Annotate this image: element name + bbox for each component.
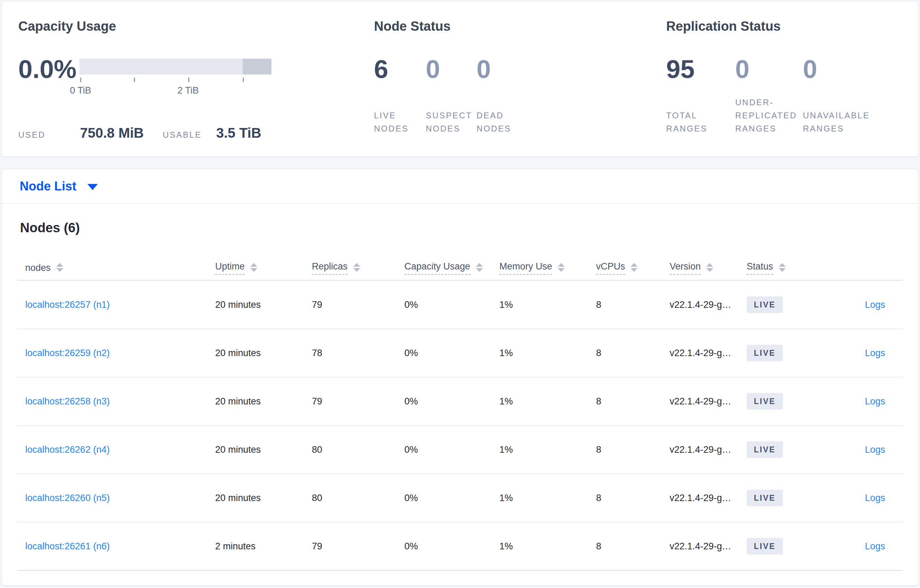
sort-icon	[250, 263, 257, 272]
capacity-usage-cell: 0%	[397, 348, 491, 359]
suspect-nodes-label: SUSPECT NODES	[426, 109, 476, 135]
nodes-table: nodes Uptime Replicas Capacity Usage Mem…	[17, 256, 903, 571]
status-badge: LIVE	[747, 393, 783, 410]
node-status-panel: Node Status 6 LIVE NODES 0 SUSPECT NODES…	[374, 2, 666, 156]
sort-icon	[706, 263, 713, 272]
status-badge: LIVE	[747, 489, 783, 506]
replication-status-panel: Replication Status 95 TOTAL RANGES 0 UND…	[666, 2, 918, 156]
suspect-nodes-value: 0	[426, 59, 476, 80]
unavailable-ranges-stat: 0 UNAVAILABLE RANGES	[803, 59, 886, 135]
uptime-cell: 20 minutes	[207, 348, 304, 359]
axis-tick	[80, 78, 81, 82]
dead-nodes-stat: 0 DEAD NODES	[476, 59, 535, 135]
memory-use-cell: 1%	[491, 299, 588, 310]
uptime-cell: 20 minutes	[207, 299, 304, 310]
memory-use-cell: 1%	[491, 396, 588, 407]
column-header-version[interactable]: Version	[662, 261, 739, 275]
column-header-memory-use[interactable]: Memory Use	[491, 261, 588, 275]
total-ranges-stat: 95 TOTAL RANGES	[666, 59, 735, 135]
uptime-cell: 20 minutes	[207, 444, 304, 455]
node-list-header-strip: Node List	[2, 169, 918, 204]
dead-nodes-label: DEAD NODES	[476, 109, 535, 135]
axis-tick-label: 2 TiB	[178, 85, 199, 96]
node-link[interactable]: localhost:26261 (n6)	[25, 541, 110, 551]
column-header-status[interactable]: Status	[739, 261, 824, 275]
memory-use-cell: 1%	[491, 493, 588, 504]
replicas-cell: 78	[304, 348, 397, 359]
dead-nodes-value: 0	[476, 59, 535, 80]
capacity-usage-percent: 0.0%	[18, 59, 78, 95]
capacity-usage-cell: 0%	[397, 541, 491, 552]
sort-icon	[631, 263, 638, 272]
column-header-vcpus[interactable]: vCPUs	[588, 261, 662, 275]
under-replicated-ranges-stat: 0 UNDER-REPLICATED RANGES	[735, 59, 803, 135]
memory-use-cell: 1%	[491, 348, 588, 359]
node-link[interactable]: localhost:26260 (n5)	[25, 493, 110, 503]
unavailable-ranges-label: UNAVAILABLE RANGES	[803, 109, 886, 135]
column-header-capacity-usage[interactable]: Capacity Usage	[397, 261, 491, 275]
node-link[interactable]: localhost:26262 (n4)	[25, 444, 110, 455]
nodes-section: Nodes (6) nodes Uptime Replicas Capacity…	[2, 220, 918, 585]
logs-link[interactable]: Logs	[865, 299, 885, 310]
vcpus-cell: 8	[588, 493, 662, 504]
logs-link[interactable]: Logs	[865, 348, 885, 358]
logs-link[interactable]: Logs	[865, 541, 885, 551]
table-row-n5: localhost:26260 (n5) 20 minutes 80 0% 1%…	[17, 474, 903, 522]
node-status-title: Node Status	[374, 19, 666, 34]
replication-status-title: Replication Status	[666, 19, 918, 34]
vcpus-cell: 8	[588, 396, 662, 407]
table-row-n1: localhost:26257 (n1) 20 minutes 79 0% 1%…	[17, 281, 903, 329]
uptime-cell: 20 minutes	[207, 493, 304, 504]
usable-value: 3.5 TiB	[216, 125, 261, 141]
capacity-usage-panel: Capacity Usage 0.0% 0 TiB 2 TiB	[2, 2, 374, 156]
total-ranges-value: 95	[666, 59, 735, 80]
under-replicated-ranges-label: UNDER-REPLICATED RANGES	[735, 96, 803, 135]
sort-icon	[353, 263, 360, 272]
capacity-axis-ticks	[79, 78, 271, 82]
status-badge: LIVE	[747, 296, 783, 313]
live-nodes-label: LIVE NODES	[374, 109, 426, 135]
sort-icon	[779, 263, 786, 272]
uptime-cell: 20 minutes	[207, 396, 304, 407]
under-replicated-ranges-value: 0	[735, 59, 803, 80]
column-header-replicas[interactable]: Replicas	[304, 261, 397, 275]
capacity-usage-bar	[79, 59, 271, 74]
vcpus-cell: 8	[588, 348, 662, 359]
column-header-uptime[interactable]: Uptime	[207, 261, 304, 275]
vcpus-cell: 8	[588, 444, 662, 455]
cluster-summary-card: Capacity Usage 0.0% 0 TiB 2 TiB	[2, 1, 918, 157]
node-link[interactable]: localhost:26259 (n2)	[25, 348, 110, 358]
sort-icon	[476, 263, 483, 272]
logs-link[interactable]: Logs	[865, 493, 885, 503]
nodes-heading: Nodes (6)	[20, 220, 903, 235]
logs-link[interactable]: Logs	[865, 444, 885, 455]
version-cell: v22.1.4-29-g…	[662, 348, 739, 359]
vcpus-cell: 8	[588, 299, 662, 310]
vcpus-cell: 8	[588, 541, 662, 552]
column-header-nodes[interactable]: nodes	[17, 263, 207, 273]
logs-link[interactable]: Logs	[865, 396, 885, 407]
version-cell: v22.1.4-29-g…	[662, 396, 739, 407]
memory-use-cell: 1%	[491, 541, 588, 552]
sort-icon	[558, 263, 565, 272]
node-list-dropdown-label: Node List	[20, 179, 76, 194]
used-value: 750.8 MiB	[80, 125, 144, 141]
used-label: USED	[18, 128, 45, 142]
replicas-cell: 80	[304, 444, 397, 455]
unavailable-ranges-value: 0	[803, 59, 886, 80]
status-badge: LIVE	[747, 538, 783, 554]
version-cell: v22.1.4-29-g…	[662, 444, 739, 455]
caret-down-icon	[87, 184, 98, 190]
capacity-usage-cell: 0%	[397, 396, 491, 407]
replicas-cell: 79	[304, 541, 397, 552]
capacity-usage-cell: 0%	[397, 444, 491, 455]
status-badge: LIVE	[747, 441, 783, 458]
node-link[interactable]: localhost:26257 (n1)	[25, 299, 110, 310]
replicas-cell: 79	[304, 299, 397, 310]
usable-label: USABLE	[163, 128, 202, 142]
node-list-dropdown[interactable]: Node List	[20, 179, 98, 194]
capacity-usage-cell: 0%	[397, 299, 491, 310]
total-ranges-label: TOTAL RANGES	[666, 109, 735, 135]
node-link[interactable]: localhost:26258 (n3)	[25, 396, 110, 407]
node-list-card: Node List Nodes (6) nodes Uptime Replica…	[2, 169, 918, 586]
